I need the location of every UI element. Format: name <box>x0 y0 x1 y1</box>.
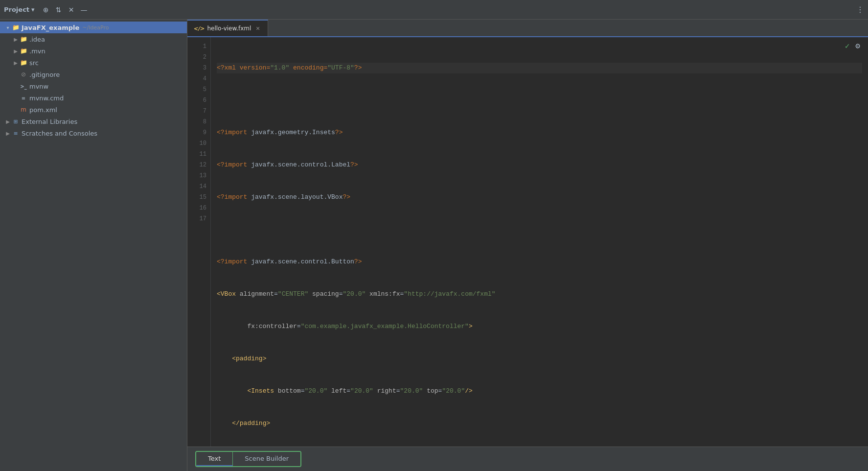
gitignore-label: .gitignore <box>29 71 60 78</box>
scratches-arrow-icon: ▶ <box>4 129 12 137</box>
scratches-label: Scratches and Consoles <box>22 130 97 137</box>
more-options-icon[interactable]: ⋮ <box>856 5 864 14</box>
mvnwcmd-file-icon: ≡ <box>20 94 27 102</box>
line-numbers: 1 2 3 4 5 6 7 8 9 10 11 12 13 14 15 16 1… <box>187 37 211 447</box>
idea-arrow-icon: ▶ <box>12 35 20 43</box>
code-line-11: <Insets bottom="20.0" left="20.0" right=… <box>217 386 862 397</box>
mvn-arrow-icon: ▶ <box>12 47 20 55</box>
check-icon[interactable]: ✓ <box>845 41 850 51</box>
sidebar-item-external-libs[interactable]: ▶ ⊞ External Libraries <box>0 116 187 127</box>
src-folder-icon: 📁 <box>20 59 27 67</box>
top-bar-icons: ⊕ ⇅ ✕ — <box>41 4 90 15</box>
code-line-9: fx:controller="com.example.javafx_exampl… <box>217 321 862 332</box>
tab-close-button[interactable]: ✕ <box>254 25 261 32</box>
project-title[interactable]: Project ▾ <box>4 6 35 13</box>
code-line-2 <box>217 95 862 106</box>
code-line-12: </padding> <box>217 418 862 429</box>
scratches-icon: ≡ <box>12 129 20 137</box>
scroll-to-source-icon[interactable]: ⇅ <box>53 4 64 15</box>
root-folder-icon: 📁 <box>12 24 20 31</box>
ext-libs-label: External Libraries <box>22 118 77 125</box>
code-line-7: <?import javafx.scene.control.Button?> <box>217 257 862 267</box>
code-line-4: <?import javafx.scene.control.Label?> <box>217 160 862 170</box>
code-line-5: <?import javafx.scene.layout.VBox?> <box>217 192 862 203</box>
tab-xml-icon: </> <box>193 25 204 32</box>
add-content-icon[interactable]: ⊕ <box>41 4 51 15</box>
sidebar: ▾ 📁 JavaFX_example ~/IdeaPro ▶ 📁 .idea ▶… <box>0 20 187 471</box>
editor-area: </> hello-view.fxml ✕ 1 2 3 4 5 6 7 8 9 … <box>187 20 868 471</box>
code-line-6 <box>217 224 862 235</box>
scene-builder-tab[interactable]: Scene Builder <box>233 452 300 466</box>
code-editor[interactable]: 1 2 3 4 5 6 7 8 9 10 11 12 13 14 15 16 1… <box>187 37 868 447</box>
sidebar-content: ▾ 📁 JavaFX_example ~/IdeaPro ▶ 📁 .idea ▶… <box>0 20 187 471</box>
src-label: src <box>29 59 39 67</box>
project-label: Project <box>4 6 29 13</box>
editor-top-right: ✓ ⚙ <box>845 41 860 51</box>
settings-icon[interactable]: ⚙ <box>855 41 860 51</box>
sidebar-item-pomxml[interactable]: ▶ m pom.xml <box>0 104 187 116</box>
code-line-1: <?xml version="1.0" encoding="UTF-8"?> <box>217 63 862 73</box>
pomxml-file-icon: m <box>20 106 27 114</box>
root-label: JavaFX_example <box>22 24 79 31</box>
mvn-label: .mvn <box>29 47 46 55</box>
src-arrow-icon: ▶ <box>12 59 20 67</box>
mvnwcmd-label: mvnw.cmd <box>29 94 64 102</box>
tab-filename: hello-view.fxml <box>207 25 251 32</box>
gitignore-file-icon: ⊘ <box>20 71 27 78</box>
top-bar: Project ▾ ⊕ ⇅ ✕ — ⋮ <box>0 0 868 20</box>
bottom-tabs: Text Scene Builder <box>187 447 868 471</box>
ext-libs-arrow-icon: ▶ <box>4 118 12 125</box>
sidebar-item-scratches[interactable]: ▶ ≡ Scratches and Consoles <box>0 127 187 139</box>
code-content[interactable]: <?xml version="1.0" encoding="UTF-8"?> <… <box>211 37 868 447</box>
code-line-10: <padding> <box>217 353 862 364</box>
ext-libs-icon: ⊞ <box>12 118 20 125</box>
collapse-icon[interactable]: ✕ <box>66 4 77 15</box>
tab-bar: </> hello-view.fxml ✕ <box>187 20 868 37</box>
idea-folder-icon: 📁 <box>20 35 27 43</box>
sidebar-item-mvnwcmd[interactable]: ▶ ≡ mvnw.cmd <box>0 92 187 104</box>
root-arrow-icon: ▾ <box>4 24 12 31</box>
mvn-folder-icon: 📁 <box>20 47 27 55</box>
code-line-3: <?import javafx.geometry.Insets?> <box>217 127 862 138</box>
main-layout: ▾ 📁 JavaFX_example ~/IdeaPro ▶ 📁 .idea ▶… <box>0 20 868 471</box>
sidebar-item-mvnw[interactable]: ▶ >_ mvnw <box>0 80 187 92</box>
sidebar-item-mvn[interactable]: ▶ 📁 .mvn <box>0 45 187 57</box>
code-line-8: <VBox alignment="CENTER" spacing="20.0" … <box>217 289 862 300</box>
project-chevron: ▾ <box>31 6 35 13</box>
sidebar-item-root[interactable]: ▾ 📁 JavaFX_example ~/IdeaPro <box>0 22 187 33</box>
bottom-tab-wrapper: Text Scene Builder <box>195 451 301 467</box>
sidebar-item-gitignore[interactable]: ▶ ⊘ .gitignore <box>0 69 187 80</box>
minimize-icon[interactable]: — <box>79 4 90 15</box>
sidebar-item-src[interactable]: ▶ 📁 src <box>0 57 187 69</box>
sidebar-item-idea[interactable]: ▶ 📁 .idea <box>0 33 187 45</box>
idea-label: .idea <box>29 36 45 43</box>
mvnw-label: mvnw <box>29 83 48 90</box>
root-path: ~/IdeaPro <box>82 24 109 31</box>
text-tab[interactable]: Text <box>196 452 233 466</box>
mvnw-file-icon: >_ <box>20 82 27 90</box>
file-tab[interactable]: </> hello-view.fxml ✕ <box>187 20 268 36</box>
pomxml-label: pom.xml <box>29 106 57 114</box>
